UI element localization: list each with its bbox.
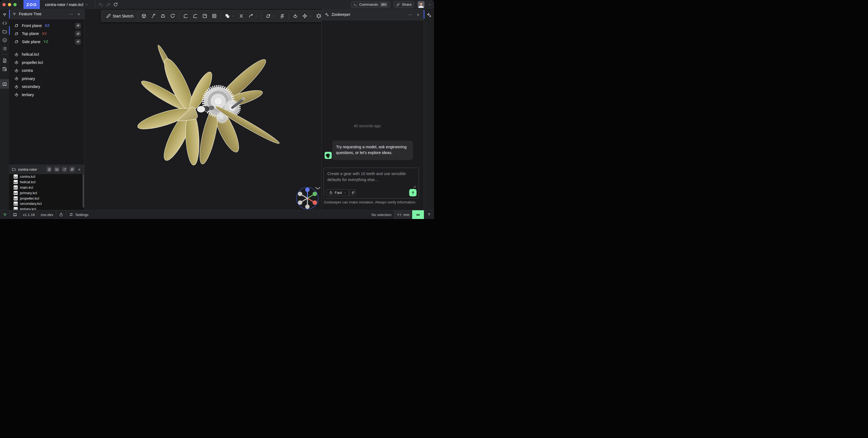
scrollbar[interactable] [83,174,84,207]
settings-button[interactable]: Settings [66,210,91,219]
zoo-infinity-button[interactable]: ∞ [412,210,424,219]
panel-close-button[interactable]: × [76,12,81,16]
3d-model-canvas[interactable] [85,9,321,210]
file-row[interactable]: kcl propeller.kcl [9,196,84,201]
attach-file-button[interactable] [349,189,356,196]
plane-icon [266,13,271,19]
close-window-button[interactable] [2,3,6,6]
send-message-button[interactable] [409,189,416,196]
visibility-toggle-button[interactable] [75,23,81,28]
panel-menu-button[interactable]: ⋯ [407,12,413,17]
reload-icon[interactable] [113,2,118,7]
file-row[interactable]: kcl tertiary.kcl [9,206,84,210]
project-files-header: contra-rotor × [9,165,84,174]
folder-icon[interactable] [0,27,9,36]
left-sidebar: x [0,9,9,210]
machine-icon[interactable] [0,79,9,89]
sparkles-icon [325,12,329,17]
environment-label[interactable]: zoo.dev [38,210,56,219]
chevron-down-icon[interactable] [255,15,258,18]
feature-tree-plane-row[interactable]: Top plane XY [9,30,84,38]
sparkles-icon[interactable] [425,11,433,19]
kcl-file-badge: kcl [13,196,18,200]
save-export-icon[interactable] [0,65,9,73]
chat-input-container: Fast [323,168,419,199]
zoom-window-button[interactable] [13,3,17,6]
chevron-down-icon[interactable] [273,15,275,18]
folder-plus-icon [55,168,59,171]
feature-tree-import-row[interactable]: tertiary [9,91,84,99]
machine-status-button[interactable] [10,210,20,219]
feature-tree-icon[interactable] [0,10,9,19]
user-menu-chevron-icon[interactable] [428,3,431,6]
folder-icon [12,167,16,172]
file-name: contra.kcl [20,174,35,179]
commands-button[interactable]: Commands ⌘K [351,1,390,8]
model-selector-button[interactable]: Fast [326,189,349,196]
user-avatar[interactable] [417,1,425,8]
disclaimer-text: Zookeeper can make mistakes. Always veri… [324,200,422,204]
panel-menu-button[interactable]: ⋯ [68,12,74,16]
breadcrumb-text: contra-rotor / main.kcl [45,2,83,7]
units-button[interactable]: mm [395,210,412,219]
3d-viewport[interactable]: Start Sketch [85,9,321,210]
zoo-logo[interactable]: ZOO [24,0,40,9]
panel-close-button[interactable]: × [77,167,82,172]
new-file-button[interactable] [46,167,52,172]
help-button[interactable]: ? [424,210,434,219]
orientation-gizmo[interactable] [297,187,318,209]
variables-icon[interactable]: x [0,36,9,44]
resize-grip-icon[interactable] [413,185,416,188]
project-name: contra-rotor [18,167,37,172]
file-row[interactable]: kcl helical.kcl [9,179,84,185]
link-icon [396,3,400,6]
share-button[interactable]: Share [394,1,414,8]
file-row[interactable]: kcl primary.kcl [9,190,84,196]
feature-tree-import-row[interactable]: primary [9,75,84,83]
helix-icon [280,13,285,19]
feature-tree-import-row[interactable]: propeller.kcl [9,58,84,67]
list-icon[interactable] [0,44,9,53]
minimize-window-button[interactable] [8,3,11,6]
refresh-button[interactable] [62,167,67,172]
chevron-down-icon[interactable] [231,15,234,18]
feature-tree-plane-row[interactable]: Front plane XZ [9,22,84,30]
visibility-toggle-button[interactable] [75,39,81,45]
new-folder-button[interactable] [54,167,59,172]
toolbar-divider [137,13,137,19]
gizmo-menu-chevron-icon[interactable] [316,187,320,189]
kcl-file-badge: kcl [13,174,18,179]
feature-tree-import-row[interactable]: helical.kcl [9,51,84,59]
feature-tree-import-row[interactable]: contra [9,67,84,75]
collapse-icon [70,168,74,171]
chat-input[interactable] [324,168,419,185]
visibility-toggle-button[interactable] [75,31,81,36]
file-name: primary.kcl [20,191,37,195]
project-files-panel: contra-rotor × kcl contra.kcl kcl helica… [9,165,85,210]
import-icon [14,76,19,81]
app-version[interactable]: v1.1.16 [20,210,38,219]
file-export-icon[interactable] [0,56,9,65]
performance-button[interactable] [56,210,66,219]
eye-off-icon [76,40,80,43]
chevron-down-icon[interactable] [309,15,312,18]
machine-icon [13,212,17,217]
insert-icon [293,13,298,19]
file-name: helical.kcl [20,180,35,184]
undo-icon[interactable] [98,2,103,7]
propeller-model [136,44,281,166]
panel-close-button[interactable]: × [416,12,421,17]
file-row[interactable]: kcl contra.kcl [9,174,84,179]
feature-tree-plane-row[interactable]: Side plane YZ [9,38,84,46]
import-name: helical.kcl [22,52,39,57]
redo-icon[interactable] [105,2,111,7]
panel-title: Zookeeper [332,12,350,17]
collapse-button[interactable] [69,167,75,172]
feature-tree-import-row[interactable]: secondary [9,83,84,91]
import-name: contra [22,68,33,72]
code-icon[interactable] [0,19,9,27]
file-row[interactable]: kcl secondary.kcl [9,201,84,206]
breadcrumb[interactable]: contra-rotor / main.kcl [45,0,88,9]
network-status-button[interactable] [0,210,10,219]
file-row[interactable]: kcl main.kcl [9,185,84,190]
